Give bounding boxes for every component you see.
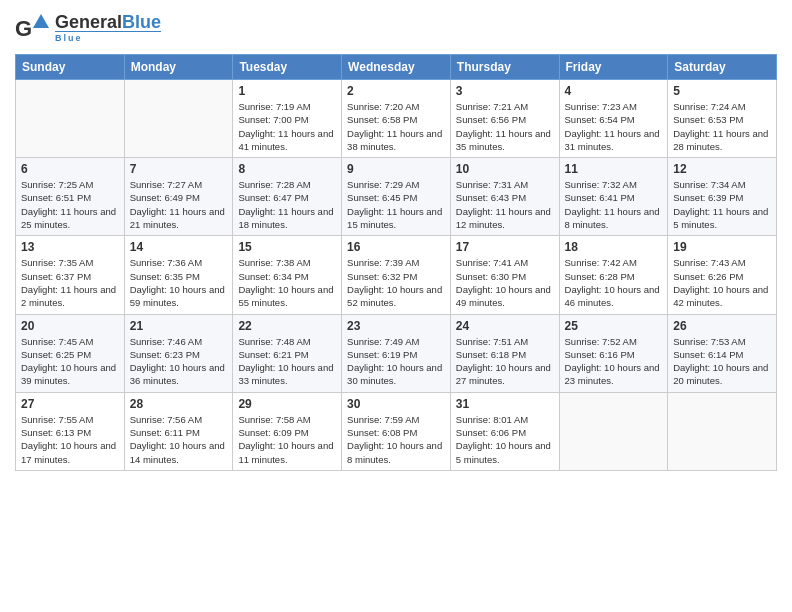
sunset-text: Sunset: 6:11 PM xyxy=(130,426,228,439)
day-number: 21 xyxy=(130,319,228,333)
sunrise-text: Sunrise: 7:36 AM xyxy=(130,256,228,269)
daylight-text: Daylight: 11 hours and 15 minutes. xyxy=(347,205,445,232)
day-info: Sunrise: 7:46 AMSunset: 6:23 PMDaylight:… xyxy=(130,335,228,388)
sunrise-text: Sunrise: 7:24 AM xyxy=(673,100,771,113)
day-number: 31 xyxy=(456,397,554,411)
daylight-text: Daylight: 10 hours and 27 minutes. xyxy=(456,361,554,388)
daylight-text: Daylight: 11 hours and 8 minutes. xyxy=(565,205,663,232)
day-number: 20 xyxy=(21,319,119,333)
sunrise-text: Sunrise: 8:01 AM xyxy=(456,413,554,426)
day-info: Sunrise: 7:41 AMSunset: 6:30 PMDaylight:… xyxy=(456,256,554,309)
sunrise-text: Sunrise: 7:59 AM xyxy=(347,413,445,426)
day-info: Sunrise: 7:52 AMSunset: 6:16 PMDaylight:… xyxy=(565,335,663,388)
day-info: Sunrise: 7:27 AMSunset: 6:49 PMDaylight:… xyxy=(130,178,228,231)
calendar-cell xyxy=(668,392,777,470)
logo-wrapper: G GeneralBlue Blue xyxy=(15,10,161,46)
daylight-text: Daylight: 10 hours and 14 minutes. xyxy=(130,439,228,466)
sunset-text: Sunset: 6:58 PM xyxy=(347,113,445,126)
weekday-row: SundayMondayTuesdayWednesdayThursdayFrid… xyxy=(16,55,777,80)
sunrise-text: Sunrise: 7:29 AM xyxy=(347,178,445,191)
daylight-text: Daylight: 10 hours and 55 minutes. xyxy=(238,283,336,310)
calendar-cell: 16Sunrise: 7:39 AMSunset: 6:32 PMDayligh… xyxy=(342,236,451,314)
daylight-text: Daylight: 11 hours and 18 minutes. xyxy=(238,205,336,232)
weekday-header: Sunday xyxy=(16,55,125,80)
sunset-text: Sunset: 6:28 PM xyxy=(565,270,663,283)
calendar-week-row: 27Sunrise: 7:55 AMSunset: 6:13 PMDayligh… xyxy=(16,392,777,470)
day-info: Sunrise: 7:36 AMSunset: 6:35 PMDaylight:… xyxy=(130,256,228,309)
calendar-cell: 15Sunrise: 7:38 AMSunset: 6:34 PMDayligh… xyxy=(233,236,342,314)
day-number: 30 xyxy=(347,397,445,411)
day-number: 1 xyxy=(238,84,336,98)
day-info: Sunrise: 7:21 AMSunset: 6:56 PMDaylight:… xyxy=(456,100,554,153)
sunset-text: Sunset: 6:49 PM xyxy=(130,191,228,204)
sunrise-text: Sunrise: 7:41 AM xyxy=(456,256,554,269)
daylight-text: Daylight: 10 hours and 39 minutes. xyxy=(21,361,119,388)
daylight-text: Daylight: 11 hours and 5 minutes. xyxy=(673,205,771,232)
daylight-text: Daylight: 10 hours and 49 minutes. xyxy=(456,283,554,310)
page-container: G GeneralBlue Blue SundayMondayTuesdayWe… xyxy=(0,0,792,481)
daylight-text: Daylight: 10 hours and 42 minutes. xyxy=(673,283,771,310)
day-number: 10 xyxy=(456,162,554,176)
sunrise-text: Sunrise: 7:55 AM xyxy=(21,413,119,426)
day-info: Sunrise: 7:32 AMSunset: 6:41 PMDaylight:… xyxy=(565,178,663,231)
daylight-text: Daylight: 10 hours and 20 minutes. xyxy=(673,361,771,388)
sunrise-text: Sunrise: 7:42 AM xyxy=(565,256,663,269)
sunrise-text: Sunrise: 7:38 AM xyxy=(238,256,336,269)
daylight-text: Daylight: 11 hours and 25 minutes. xyxy=(21,205,119,232)
sunrise-text: Sunrise: 7:32 AM xyxy=(565,178,663,191)
day-info: Sunrise: 7:20 AMSunset: 6:58 PMDaylight:… xyxy=(347,100,445,153)
daylight-text: Daylight: 10 hours and 36 minutes. xyxy=(130,361,228,388)
day-info: Sunrise: 7:58 AMSunset: 6:09 PMDaylight:… xyxy=(238,413,336,466)
calendar-cell: 1Sunrise: 7:19 AMSunset: 7:00 PMDaylight… xyxy=(233,80,342,158)
sunset-text: Sunset: 6:56 PM xyxy=(456,113,554,126)
sunrise-text: Sunrise: 7:45 AM xyxy=(21,335,119,348)
calendar-cell: 26Sunrise: 7:53 AMSunset: 6:14 PMDayligh… xyxy=(668,314,777,392)
logo: G GeneralBlue Blue xyxy=(15,10,161,46)
calendar-cell: 31Sunrise: 8:01 AMSunset: 6:06 PMDayligh… xyxy=(450,392,559,470)
sunset-text: Sunset: 6:26 PM xyxy=(673,270,771,283)
sunrise-text: Sunrise: 7:28 AM xyxy=(238,178,336,191)
calendar-cell: 23Sunrise: 7:49 AMSunset: 6:19 PMDayligh… xyxy=(342,314,451,392)
sunset-text: Sunset: 6:37 PM xyxy=(21,270,119,283)
calendar-cell: 17Sunrise: 7:41 AMSunset: 6:30 PMDayligh… xyxy=(450,236,559,314)
day-info: Sunrise: 7:38 AMSunset: 6:34 PMDaylight:… xyxy=(238,256,336,309)
day-number: 23 xyxy=(347,319,445,333)
calendar-cell: 30Sunrise: 7:59 AMSunset: 6:08 PMDayligh… xyxy=(342,392,451,470)
day-info: Sunrise: 7:19 AMSunset: 7:00 PMDaylight:… xyxy=(238,100,336,153)
calendar-cell: 3Sunrise: 7:21 AMSunset: 6:56 PMDaylight… xyxy=(450,80,559,158)
day-number: 28 xyxy=(130,397,228,411)
calendar-week-row: 6Sunrise: 7:25 AMSunset: 6:51 PMDaylight… xyxy=(16,158,777,236)
calendar-table: SundayMondayTuesdayWednesdayThursdayFrid… xyxy=(15,54,777,471)
sunset-text: Sunset: 6:47 PM xyxy=(238,191,336,204)
sunrise-text: Sunrise: 7:58 AM xyxy=(238,413,336,426)
sunset-text: Sunset: 6:19 PM xyxy=(347,348,445,361)
calendar-cell: 2Sunrise: 7:20 AMSunset: 6:58 PMDaylight… xyxy=(342,80,451,158)
sunrise-text: Sunrise: 7:23 AM xyxy=(565,100,663,113)
sunset-text: Sunset: 6:23 PM xyxy=(130,348,228,361)
calendar-cell xyxy=(16,80,125,158)
header: G GeneralBlue Blue xyxy=(15,10,777,46)
sunrise-text: Sunrise: 7:31 AM xyxy=(456,178,554,191)
calendar-cell: 7Sunrise: 7:27 AMSunset: 6:49 PMDaylight… xyxy=(124,158,233,236)
sunset-text: Sunset: 7:00 PM xyxy=(238,113,336,126)
daylight-text: Daylight: 11 hours and 28 minutes. xyxy=(673,127,771,154)
sunrise-text: Sunrise: 7:20 AM xyxy=(347,100,445,113)
calendar-cell: 19Sunrise: 7:43 AMSunset: 6:26 PMDayligh… xyxy=(668,236,777,314)
sunrise-text: Sunrise: 7:35 AM xyxy=(21,256,119,269)
calendar-cell xyxy=(124,80,233,158)
sunset-text: Sunset: 6:45 PM xyxy=(347,191,445,204)
logo-icon: G xyxy=(15,10,51,46)
sunset-text: Sunset: 6:32 PM xyxy=(347,270,445,283)
sunset-text: Sunset: 6:43 PM xyxy=(456,191,554,204)
calendar-cell: 22Sunrise: 7:48 AMSunset: 6:21 PMDayligh… xyxy=(233,314,342,392)
sunset-text: Sunset: 6:08 PM xyxy=(347,426,445,439)
sunset-text: Sunset: 6:18 PM xyxy=(456,348,554,361)
day-number: 9 xyxy=(347,162,445,176)
sunset-text: Sunset: 6:14 PM xyxy=(673,348,771,361)
sunrise-text: Sunrise: 7:53 AM xyxy=(673,335,771,348)
logo-text-block: GeneralBlue Blue xyxy=(55,13,161,43)
sunrise-text: Sunrise: 7:19 AM xyxy=(238,100,336,113)
calendar-cell: 14Sunrise: 7:36 AMSunset: 6:35 PMDayligh… xyxy=(124,236,233,314)
day-number: 29 xyxy=(238,397,336,411)
day-info: Sunrise: 7:28 AMSunset: 6:47 PMDaylight:… xyxy=(238,178,336,231)
